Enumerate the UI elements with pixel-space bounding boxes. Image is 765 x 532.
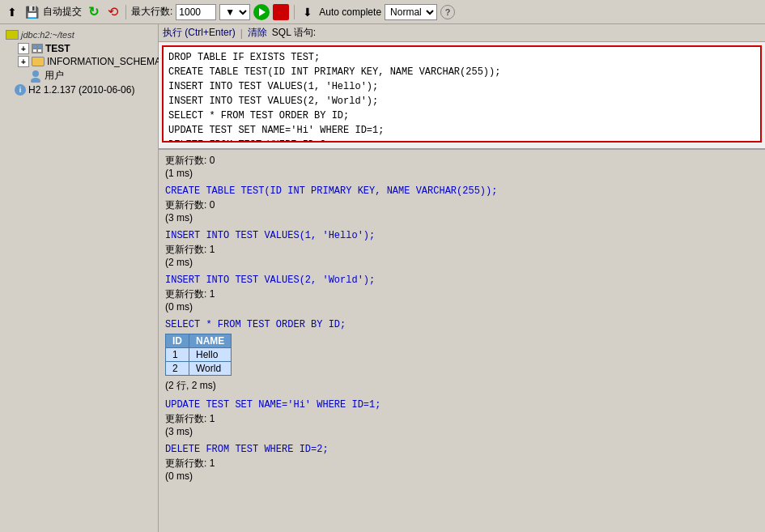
col-id: ID — [166, 334, 189, 348]
sidebar-item-test[interactable]: + TEST — [16, 42, 156, 55]
sep2 — [294, 5, 295, 19]
table-icon — [32, 44, 43, 53]
output-time-6: (0 ms) — [165, 470, 759, 482]
connection-label: jdbc:h2:~/test — [2, 28, 156, 42]
auto-complete-select[interactable]: Normal — [385, 4, 437, 20]
sidebar-item-information-schema[interactable]: + INFORMATION_SCHEMA — [16, 55, 156, 68]
output-time-2: (2 ms) — [165, 257, 759, 268]
output-update-3: 更新行数: 1 — [165, 287, 759, 301]
output-sql-6: DELETE FROM TEST WHERE ID=2; — [165, 444, 759, 455]
output-area[interactable]: 更新行数: 0 (1 ms) CREATE TABLE TEST(ID INT … — [159, 150, 765, 532]
output-section-3: INSERT INTO TEST VALUES(2, 'World'); 更新行… — [165, 275, 759, 313]
sidebar: jdbc:h2:~/test + TEST + INFORMATION_SCHE… — [0, 24, 159, 532]
main-toolbar: ⬆ 💾 自动提交 ↻ ⟲ 最大行数: ▼ ⬇ Auto complete Nor… — [0, 0, 765, 24]
rollback-icon[interactable]: ⟲ — [104, 4, 121, 20]
sidebar-item-version: i H2 1.2.137 (2010-06-06) — [2, 83, 156, 96]
run-sql-button[interactable]: 执行 (Ctrl+Enter) — [163, 26, 236, 40]
expand-test[interactable]: + — [18, 43, 29, 54]
sql-label: SQL 语句: — [272, 26, 316, 40]
users-label: 用户 — [45, 69, 64, 83]
output-time-5: (3 ms) — [165, 426, 759, 437]
output-sql-5: UPDATE TEST SET NAME='Hi' WHERE ID=1; — [165, 399, 759, 411]
info-icon: i — [15, 84, 26, 96]
sep1 — [125, 5, 126, 19]
max-rows-input[interactable] — [176, 4, 216, 20]
sql-toolbar: 执行 (Ctrl+Enter) | 清除 SQL 语句: — [159, 24, 765, 42]
output-rows-4: (2 行, 2 ms) — [165, 379, 759, 393]
cell-id-1: 1 — [166, 348, 189, 362]
sql-editor-wrapper: 执行 (Ctrl+Enter) | 清除 SQL 语句: DROP TABLE … — [159, 24, 765, 150]
auto-complete-label: Auto complete — [319, 6, 381, 18]
user-icon — [29, 70, 42, 83]
version-label: H2 1.2.137 (2010-06-06) — [28, 84, 134, 96]
output-update-6: 更新行数: 1 — [165, 457, 759, 470]
stop-button[interactable] — [273, 4, 289, 20]
output-section-5: UPDATE TEST SET NAME='Hi' WHERE ID=1; 更新… — [165, 399, 759, 437]
clear-sql-button[interactable]: 清除 — [248, 26, 267, 40]
output-time-3: (0 ms) — [165, 301, 759, 313]
db-icon — [6, 30, 19, 40]
cell-name-1: Hello — [189, 348, 232, 362]
open-icon[interactable]: 💾 — [23, 4, 40, 20]
svg-point-1 — [31, 78, 40, 83]
cell-id-2: 2 — [166, 362, 189, 376]
output-update-1: 更新行数: 0 — [165, 198, 759, 212]
test-label: TEST — [45, 43, 70, 54]
output-section-0: 更新行数: 0 (1 ms) — [165, 154, 759, 179]
content-area: 执行 (Ctrl+Enter) | 清除 SQL 语句: DROP TABLE … — [159, 24, 765, 532]
table-row-2: 2 World — [166, 362, 232, 376]
folder-icon — [32, 57, 45, 66]
output-sql-4: SELECT * FROM TEST ORDER BY ID; — [165, 319, 759, 330]
max-rows-select[interactable]: ▼ — [219, 4, 250, 20]
run-button[interactable] — [253, 4, 270, 20]
output-update-2: 更新行数: 1 — [165, 243, 759, 257]
new-icon[interactable]: ⬆ — [4, 4, 20, 20]
expand-info-schema[interactable]: + — [18, 56, 29, 67]
output-section-1: CREATE TABLE TEST(ID INT PRIMARY KEY, NA… — [165, 185, 759, 223]
output-sql-1: CREATE TABLE TEST(ID INT PRIMARY KEY, NA… — [165, 185, 759, 197]
export-icon[interactable]: ⬇ — [300, 4, 316, 20]
output-sql-2: INSERT INTO TEST VALUES(1, 'Hello'); — [165, 230, 759, 241]
output-time-0: (1 ms) — [165, 168, 759, 179]
output-section-6: DELETE FROM TEST WHERE ID=2; 更新行数: 1 (0 … — [165, 444, 759, 482]
help-button[interactable]: ? — [440, 5, 455, 19]
output-sql-3: INSERT INTO TEST VALUES(2, 'World'); — [165, 275, 759, 286]
result-table: ID NAME 1 Hello 2 World — [165, 334, 232, 376]
connection-text: jdbc:h2:~/test — [21, 30, 74, 40]
output-update-5: 更新行数: 1 — [165, 412, 759, 426]
auto-commit-label: 自动提交 — [43, 5, 82, 19]
sidebar-item-users[interactable]: 用户 — [16, 68, 156, 83]
output-time-1: (3 ms) — [165, 212, 759, 223]
info-schema-label: INFORMATION_SCHEMA — [47, 56, 161, 67]
table-row-1: 1 Hello — [166, 348, 232, 362]
col-name: NAME — [189, 334, 232, 348]
cell-name-2: World — [189, 362, 232, 376]
sql-editor[interactable]: DROP TABLE IF EXISTS TEST; CREATE TABLE … — [162, 45, 762, 143]
commit-icon[interactable]: ↻ — [85, 4, 101, 20]
main-layout: jdbc:h2:~/test + TEST + INFORMATION_SCHE… — [0, 24, 765, 532]
output-section-4: SELECT * FROM TEST ORDER BY ID; ID NAME … — [165, 319, 759, 393]
svg-point-0 — [32, 70, 39, 77]
output-section-2: INSERT INTO TEST VALUES(1, 'Hello'); 更新行… — [165, 230, 759, 268]
max-rows-label: 最大行数: — [131, 5, 172, 19]
output-update-0: 更新行数: 0 — [165, 154, 759, 168]
